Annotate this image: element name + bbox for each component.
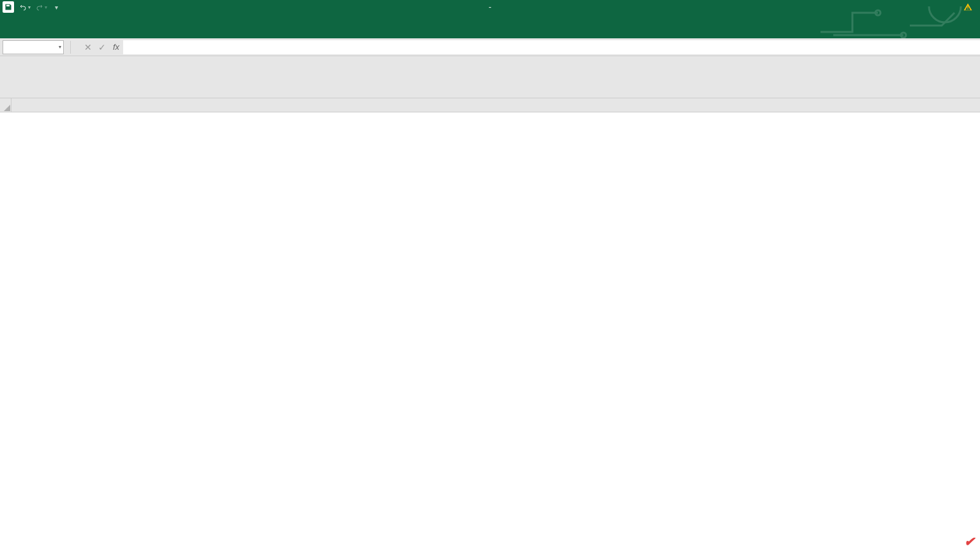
divider [70,41,71,54]
ribbon-panel [0,56,980,98]
quick-access-toolbar: ▾ ▾ ▾ [0,1,58,13]
cancel-button[interactable]: ✕ [81,40,95,54]
redo-button[interactable]: ▾ [36,1,47,13]
chevron-down-icon: ▾ [45,4,47,10]
name-box[interactable]: ▾ [3,40,64,54]
select-all-corner[interactable] [0,98,11,112]
formula-input[interactable] [123,40,980,54]
formula-bar: ▾ ✕ ✓ fx [0,38,980,56]
save-button[interactable] [3,1,14,13]
spreadsheet-grid[interactable] [0,98,980,112]
check-icon: ✓ [98,42,106,52]
chevron-down-icon: ▾ [28,4,31,10]
column-headers [0,98,980,112]
redo-icon [36,2,43,12]
title-bar: ▾ ▾ ▾ - [0,0,980,14]
close-icon: ✕ [84,42,92,52]
undo-button[interactable]: ▾ [19,1,31,13]
ribbon-tabs [0,14,980,38]
fx-label[interactable]: fx [113,42,119,52]
confirm-button[interactable]: ✓ [95,40,109,54]
window-title: - [485,3,495,11]
account-area [963,3,980,11]
warning-icon [963,3,972,11]
save-icon [4,3,12,11]
qat-customize-icon[interactable]: ▾ [55,4,58,11]
chevron-down-icon[interactable]: ▾ [59,44,61,50]
undo-icon [19,2,27,12]
